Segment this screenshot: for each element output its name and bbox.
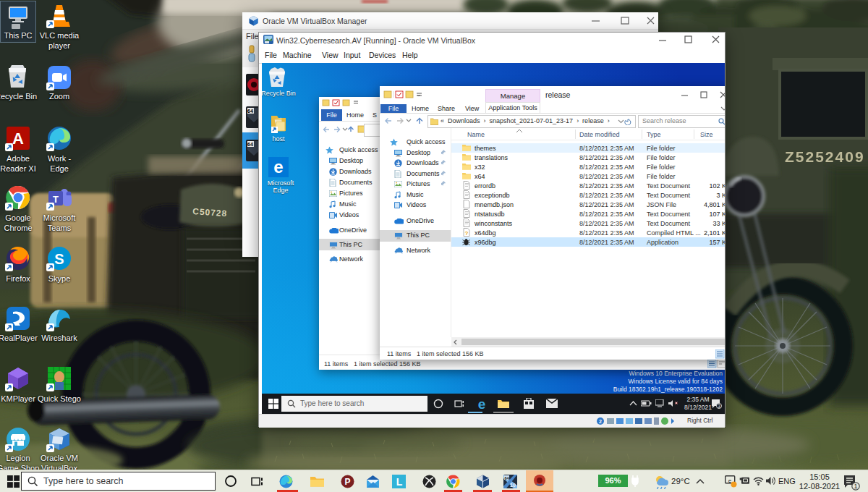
svg-text:e: e (478, 396, 486, 412)
svg-text:e: e (273, 157, 283, 177)
svg-text:L: L (396, 476, 403, 488)
svg-text:1: 1 (854, 483, 857, 490)
svg-text:P: P (344, 477, 350, 487)
svg-text:64: 64 (504, 476, 509, 480)
svg-text:A: A (12, 130, 24, 148)
svg-text:2: 2 (599, 419, 602, 424)
svg-text:S: S (54, 251, 64, 267)
svg-text:e: e (728, 478, 732, 484)
svg-text:64: 64 (247, 142, 253, 147)
svg-text:64: 64 (247, 109, 253, 114)
svg-text:10: 10 (510, 483, 516, 488)
svg-text:?: ? (465, 230, 469, 237)
svg-text:Z5252409: Z5252409 (785, 148, 865, 165)
svg-text:3: 3 (718, 404, 720, 409)
